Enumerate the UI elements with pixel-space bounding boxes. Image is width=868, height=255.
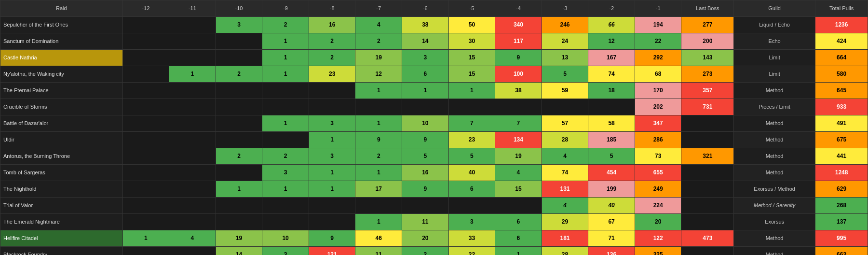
pull-count-cell: [542, 99, 588, 115]
table-row: Sepulcher of the First Ones3216438503402…: [0, 17, 868, 33]
pull-count-cell: [122, 214, 169, 230]
guild-name-cell: Method: [734, 148, 815, 165]
pull-count-cell: 71: [588, 230, 635, 247]
pull-count-cell: 1: [216, 181, 262, 198]
pull-count-cell: 286: [635, 132, 681, 148]
pull-count-cell: 473: [681, 230, 734, 247]
raid-name-cell: Ny'alotha, the Waking city: [0, 66, 123, 83]
pull-count-cell: [355, 99, 402, 115]
pull-count-cell: [169, 181, 216, 198]
pull-count-cell: 347: [635, 115, 681, 132]
pull-count-cell: 5: [448, 148, 495, 165]
pull-count-cell: 1: [309, 165, 355, 181]
pull-count-cell: [216, 99, 262, 115]
pull-count-cell: 340: [495, 17, 542, 33]
pull-count-cell: [122, 181, 169, 198]
pull-count-cell: 12: [588, 33, 635, 50]
pull-count-cell: 16: [402, 165, 449, 181]
pull-count-cell: 11: [402, 214, 449, 230]
pull-count-cell: 5: [542, 66, 588, 83]
pull-count-cell: 9: [355, 132, 402, 148]
pull-count-cell: 14: [216, 247, 262, 255]
pull-count-cell: 1: [262, 66, 309, 83]
pull-count-cell: 15: [495, 181, 542, 198]
col-header--1: -1: [635, 0, 681, 17]
pull-count-cell: [448, 99, 495, 115]
pull-count-cell: [122, 247, 169, 255]
pull-count-cell: 181: [542, 230, 588, 247]
total-pulls-cell: 424: [815, 33, 868, 50]
pull-count-cell: 3: [216, 17, 262, 33]
total-pulls-cell: 1236: [815, 17, 868, 33]
pull-count-cell: 20: [635, 214, 681, 230]
pull-count-cell: 1: [495, 247, 542, 255]
pull-count-cell: 1: [355, 214, 402, 230]
pull-count-cell: 1: [262, 115, 309, 132]
pull-count-cell: 19: [216, 230, 262, 247]
pull-count-cell: 321: [681, 148, 734, 165]
pull-count-cell: 3: [309, 148, 355, 165]
raid-name-cell: The Nighthold: [0, 181, 123, 198]
total-pulls-cell: 664: [815, 50, 868, 66]
pull-count-cell: 28: [542, 247, 588, 255]
pull-count-cell: 1: [262, 50, 309, 66]
pull-count-cell: [169, 99, 216, 115]
pull-count-cell: 23: [448, 132, 495, 148]
pull-count-cell: 5: [402, 148, 449, 165]
table-row: Antorus, the Burning Throne2232551945733…: [0, 148, 868, 165]
pull-count-cell: [681, 247, 734, 255]
table-row: Ny'alotha, the Waking city12123126151005…: [0, 66, 868, 83]
pull-count-cell: 143: [681, 50, 734, 66]
col-header--12: -12: [122, 0, 169, 17]
guild-name-cell: Limit: [734, 50, 815, 66]
pull-count-cell: 22: [448, 247, 495, 255]
pull-count-cell: 2: [262, 148, 309, 165]
pull-count-cell: 66: [588, 17, 635, 33]
col-header--5: -5: [448, 0, 495, 17]
pull-count-cell: 454: [588, 165, 635, 181]
pull-count-cell: [169, 115, 216, 132]
pull-count-cell: 2: [309, 50, 355, 66]
pull-count-cell: [495, 198, 542, 214]
pull-count-cell: 3: [309, 115, 355, 132]
pull-count-cell: 1: [122, 230, 169, 247]
pull-count-cell: 121: [309, 247, 355, 255]
pull-count-cell: [448, 198, 495, 214]
pull-count-cell: [169, 83, 216, 99]
pull-count-cell: 3: [402, 50, 449, 66]
pull-count-cell: 277: [681, 17, 734, 33]
pull-count-cell: 5: [588, 148, 635, 165]
pull-count-cell: 38: [402, 17, 449, 33]
col-header--10: -10: [216, 0, 262, 17]
pull-count-cell: 325: [635, 247, 681, 255]
pull-count-cell: 2: [355, 148, 402, 165]
pull-count-cell: [169, 148, 216, 165]
pull-count-cell: 11: [355, 247, 402, 255]
pull-count-cell: [681, 165, 734, 181]
pull-count-cell: 57: [542, 115, 588, 132]
table-row: The Emerald Nightmare11136296720Exorsus1…: [0, 214, 868, 230]
raid-name-cell: The Emerald Nightmare: [0, 214, 123, 230]
guild-name-cell: Method: [734, 132, 815, 148]
pull-count-cell: 202: [635, 99, 681, 115]
pull-count-cell: [681, 132, 734, 148]
pull-count-cell: 73: [635, 148, 681, 165]
raid-name-cell: Sanctum of Domination: [0, 33, 123, 50]
pull-count-cell: 6: [448, 181, 495, 198]
pull-count-cell: [122, 115, 169, 132]
pull-count-cell: [309, 83, 355, 99]
raid-name-cell: Hellfire Citadel: [0, 230, 123, 247]
pull-count-cell: 1: [355, 165, 402, 181]
guild-name-cell: Method: [734, 247, 815, 255]
pull-count-cell: 1: [402, 83, 449, 99]
col-header--6: -6: [402, 0, 449, 17]
pull-count-cell: [122, 83, 169, 99]
total-pulls-cell: 995: [815, 230, 868, 247]
pull-count-cell: 2: [402, 247, 449, 255]
table-row: The Nighthold111179615131199249Exorsus /…: [0, 181, 868, 198]
pull-count-cell: [122, 198, 169, 214]
pull-count-cell: [122, 50, 169, 66]
raid-name-cell: Castle Nathria: [0, 50, 123, 66]
pull-count-cell: 20: [402, 230, 449, 247]
pull-count-cell: 357: [681, 83, 734, 99]
